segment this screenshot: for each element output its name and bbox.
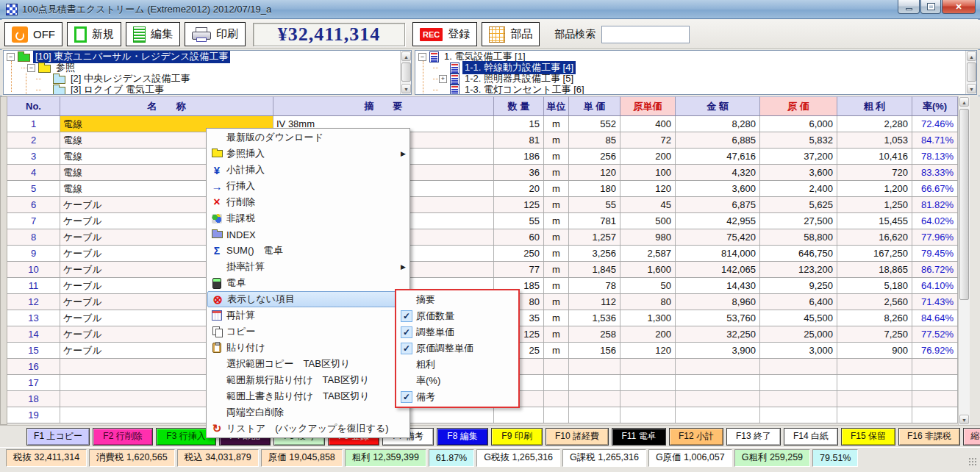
cell-unit[interactable]: m: [544, 310, 569, 326]
fkey-f8[interactable]: F8 編集: [437, 428, 488, 446]
cell-cost[interactable]: 646,750: [760, 246, 837, 261]
fkey-f13[interactable]: F13 終了: [726, 428, 781, 446]
cell-cost_price[interactable]: 50: [620, 278, 676, 293]
cell-amount[interactable]: 3,900: [676, 343, 760, 358]
cell-cost_price[interactable]: [620, 391, 676, 407]
cell-unit[interactable]: m: [544, 343, 569, 358]
cell-unit[interactable]: m: [544, 197, 569, 212]
cell-cost[interactable]: 5,832: [760, 132, 837, 148]
cell-cost_price[interactable]: [620, 375, 676, 390]
context-menu-item[interactable]: 非課税: [207, 210, 409, 226]
fkey-f12[interactable]: F12 小計: [669, 428, 723, 446]
cell-unit[interactable]: m: [544, 165, 569, 180]
cell-qty[interactable]: 125: [494, 197, 544, 212]
tree-item[interactable]: −参照: [4, 62, 411, 73]
cell-rate[interactable]: 86.72%: [912, 262, 958, 277]
cell-qty[interactable]: 250: [494, 246, 544, 261]
cell-unit[interactable]: m: [544, 326, 569, 342]
context-menu-item[interactable]: 両端空白削除: [207, 404, 409, 421]
cell-rate[interactable]: [912, 375, 958, 390]
print-button[interactable]: 印刷: [185, 22, 246, 46]
cell-cost_price[interactable]: 200: [620, 149, 676, 164]
cell-cost[interactable]: 58,800: [760, 229, 837, 245]
cell-price[interactable]: 552: [569, 116, 620, 132]
cell-amount[interactable]: [676, 407, 760, 423]
cell-qty[interactable]: 60: [494, 229, 544, 245]
fkey-f14[interactable]: F14 白紙: [784, 428, 838, 446]
context-menu-item[interactable]: 電卓: [207, 275, 409, 291]
cell-rate[interactable]: 84.64%: [912, 310, 958, 326]
cell-price[interactable]: 112: [569, 294, 620, 310]
cell-price[interactable]: 781: [569, 213, 620, 229]
parts-search-input[interactable]: [601, 26, 690, 43]
cell-price[interactable]: [569, 375, 620, 390]
context-menu-item[interactable]: コピー: [207, 323, 409, 340]
cell-profit[interactable]: 167,250: [837, 246, 912, 261]
register-button[interactable]: REC 登録: [412, 22, 477, 46]
cell-no[interactable]: 18: [7, 391, 60, 407]
fkey-f15[interactable]: F15 保留: [841, 428, 895, 446]
cell-unit[interactable]: [544, 359, 569, 374]
cell-cost_price[interactable]: 1,600: [620, 262, 676, 277]
submenu-item[interactable]: ✓原価調整単価: [397, 340, 518, 357]
cell-price[interactable]: 1,845: [569, 262, 620, 277]
fkey-縮小[interactable]: 縮小: [963, 428, 980, 446]
cell-profit[interactable]: 900: [837, 343, 912, 358]
cell-cost[interactable]: 3,000: [760, 343, 837, 358]
cell-price[interactable]: 156: [569, 343, 620, 358]
cell-unit[interactable]: m: [544, 229, 569, 245]
submenu-item[interactable]: ✓原価数量: [397, 308, 518, 324]
cell-unit[interactable]: m: [544, 246, 569, 261]
cell-cost_price[interactable]: 45: [620, 197, 676, 212]
cell-price[interactable]: [569, 391, 620, 407]
checkmark-icon[interactable]: ✓: [401, 343, 412, 354]
cell-unit[interactable]: m: [544, 278, 569, 293]
context-menu-item[interactable]: ¥小計挿入: [207, 162, 409, 178]
new-button[interactable]: 新規: [67, 22, 121, 46]
cell-rate[interactable]: 81.82%: [912, 197, 958, 212]
cell-cost[interactable]: [760, 391, 837, 407]
scroll-up-icon[interactable]: ▲: [959, 97, 969, 107]
cell-no[interactable]: 8: [7, 229, 60, 245]
cell-cost_price[interactable]: 120: [620, 343, 676, 358]
cell-no[interactable]: 9: [7, 246, 60, 261]
cell-profit[interactable]: 10,416: [837, 149, 912, 164]
cell-profit[interactable]: 18,865: [837, 262, 912, 277]
grid-scrollbar[interactable]: ▲ ▼: [958, 96, 970, 425]
cell-rate[interactable]: 78.13%: [912, 149, 958, 164]
tree-item[interactable]: [2] 中央レジデンス設備工事: [4, 73, 411, 84]
fkey-f1[interactable]: F1 上コピー: [26, 428, 90, 446]
cell-cost[interactable]: [760, 359, 837, 374]
cell-no[interactable]: 14: [7, 326, 60, 342]
edit-button[interactable]: 編集: [126, 22, 180, 46]
cell-cost_price[interactable]: 100: [620, 165, 676, 180]
cell-rate[interactable]: 84.71%: [912, 132, 958, 148]
context-menu-item[interactable]: 掛率計算▶: [207, 259, 409, 275]
cell-cost[interactable]: 25,000: [760, 326, 837, 342]
cell-unit[interactable]: m: [544, 116, 569, 132]
cell-price[interactable]: 1,257: [569, 229, 620, 245]
cell-amount[interactable]: 3,600: [676, 181, 760, 196]
off-button[interactable]: OFF: [4, 22, 62, 46]
cell-price[interactable]: 85: [569, 132, 620, 148]
cell-no[interactable]: 5: [7, 181, 60, 196]
cell-qty[interactable]: 55: [494, 213, 544, 229]
cell-rate[interactable]: 71.43%: [912, 294, 958, 310]
cell-qty[interactable]: 36: [494, 165, 544, 180]
submenu-item[interactable]: ✓備考: [397, 389, 518, 405]
tree-item[interactable]: −[10] 東京ユニバーサル・レジデンス設備工事: [4, 51, 411, 62]
cell-no[interactable]: 2: [7, 132, 60, 148]
context-menu-item[interactable]: 最新版のダウンロード: [207, 129, 409, 146]
cell-rate[interactable]: [912, 407, 958, 423]
cell-price[interactable]: 258: [569, 326, 620, 342]
cell-amount[interactable]: [676, 375, 760, 390]
context-menu-item[interactable]: ↻リストア (バックアップを復旧する): [207, 421, 409, 437]
checkmark-icon[interactable]: ✓: [401, 326, 412, 338]
cell-rate[interactable]: 72.46%: [912, 116, 958, 132]
cell-unit[interactable]: [544, 407, 569, 423]
minimize-button[interactable]: [898, 0, 920, 14]
cell-cost_price[interactable]: 980: [620, 229, 676, 245]
cell-cost_price[interactable]: 72: [620, 132, 676, 148]
cell-price[interactable]: 180: [569, 181, 620, 196]
cell-rate[interactable]: 77.96%: [912, 229, 958, 245]
